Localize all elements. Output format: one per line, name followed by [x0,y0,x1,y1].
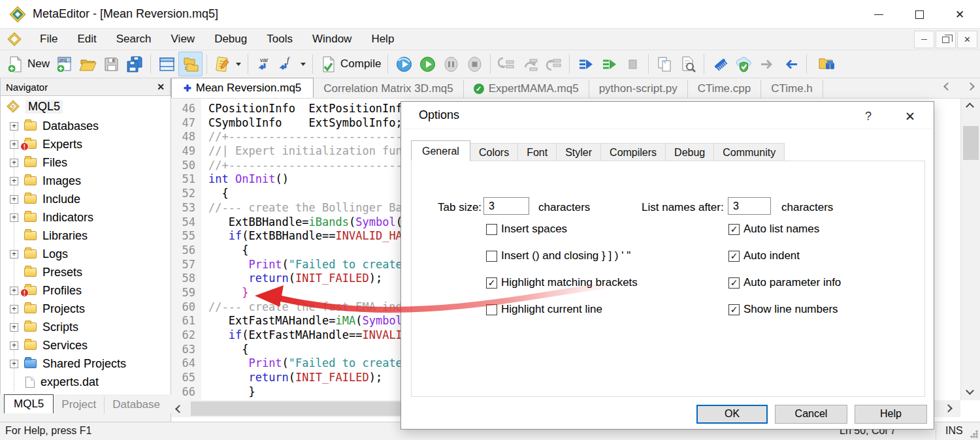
tab-size-input[interactable] [483,197,529,215]
options-tab-compilers[interactable]: Compilers [601,143,666,161]
save-all-button[interactable] [123,52,146,76]
new-file-button[interactable]: New [4,52,52,76]
run-profiler-button[interactable] [597,52,621,76]
tree-root-mql5[interactable]: 5 MQL5 [1,96,171,117]
compile-button[interactable]: Compile [317,52,384,76]
editor-tab-mean-reversion-mq5[interactable]: ✚Mean Reversion.mq5 [171,78,314,98]
scroll-up-icon[interactable] [966,102,974,111]
checkbox-insert-spaces[interactable]: Insert spaces [486,223,638,235]
menu-search[interactable]: Search [106,29,161,49]
checkbox-highlight-current-line[interactable]: Highlight current line [486,304,638,315]
editor-tab-python-script-py[interactable]: python-script.py [589,80,688,98]
styler-button[interactable] [708,52,732,76]
ok-button[interactable]: OK [696,405,768,424]
mdi-close-button[interactable]: ✕ [957,31,977,48]
tab-scroll-right-icon[interactable] [966,82,975,91]
checkbox[interactable]: ✓ [728,224,740,235]
navigator-tab-project[interactable]: Project [54,396,105,413]
toggle-navigator-button[interactable] [178,52,203,76]
vertical-scroll-thumb[interactable] [963,126,979,160]
checkbox[interactable]: ✓ [728,251,740,262]
insert-var-button[interactable]: var [252,52,276,76]
expand-plus-icon[interactable]: + [10,323,18,332]
tree-item-projects[interactable]: +Projects [1,300,171,318]
copy-button[interactable] [653,52,676,76]
menu-help[interactable]: Help [361,29,404,49]
insert-function-button[interactable]: f [276,52,308,76]
expand-plus-icon[interactable]: + [10,360,18,368]
tree-item-experts[interactable]: +!Experts [1,135,171,153]
navigate-back-button[interactable] [779,52,802,76]
tab-scroll-left-icon[interactable] [943,82,952,91]
checkbox[interactable]: ✓ [728,277,740,289]
minimize-button[interactable] [858,0,899,29]
tree-item-images[interactable]: +Images [1,172,171,190]
menu-file[interactable]: File [30,29,67,49]
tree-item-include[interactable]: +Include [1,190,171,208]
expand-plus-icon[interactable]: + [10,195,18,204]
options-tab-font[interactable]: Font [518,143,557,161]
editor-tab-ctime-h[interactable]: CTime.h [761,80,823,98]
expand-plus-icon[interactable]: + [10,177,18,185]
editor-tab-ctime-cpp[interactable]: CTime.cpp [688,80,762,98]
checkbox-auto-parameter-info[interactable]: ✓Auto parameter info [728,277,841,289]
dialog-close-icon[interactable]: ✕ [905,109,915,124]
cloud-check-button[interactable] [732,52,755,76]
expand-plus-icon[interactable]: + [10,140,18,149]
navigator-close-icon[interactable]: ✕ [157,82,165,92]
tree-item-services[interactable]: +Services [1,336,171,354]
options-tab-styler[interactable]: Styler [557,143,601,161]
expand-plus-icon[interactable]: + [10,213,18,222]
expand-plus-icon[interactable]: + [10,305,18,313]
close-button[interactable]: ✕ [939,0,980,29]
step-over-button[interactable] [518,52,542,76]
expand-plus-icon[interactable]: + [10,341,18,350]
options-tab-debug[interactable]: Debug [666,143,714,161]
show-breakpoints-button[interactable] [574,52,597,76]
checkbox-highlight-matching-brackets[interactable]: ✓Highlight matching brackets [486,277,638,289]
debug-history-button[interactable] [392,52,416,76]
checkbox-auto-list-names[interactable]: ✓Auto list names [728,223,841,235]
stop-profiler-button[interactable] [621,52,644,76]
checkbox-insert-and-closing[interactable]: Insert () and closing } ] ) ' " [486,250,638,262]
mdi-restore-button[interactable] [936,31,956,48]
checkbox[interactable] [486,304,497,315]
start-debug-button[interactable] [416,52,439,76]
search-in-files-button[interactable] [676,52,700,76]
tree-item-libraries[interactable]: Libraries [1,227,171,245]
tree-item-presets[interactable]: Presets [1,263,171,281]
expand-plus-icon[interactable]: + [10,159,18,167]
step-out-button[interactable] [542,52,565,76]
step-into-button[interactable] [495,52,518,76]
scroll-right-icon[interactable] [944,404,953,413]
mdi-minimize-button[interactable] [914,31,934,48]
expand-plus-icon[interactable]: + [10,287,18,295]
scroll-left-icon[interactable] [175,405,184,413]
new-project-button[interactable]: proj [52,52,76,76]
maximize-button[interactable] [899,0,939,29]
options-tab-general[interactable]: General [411,140,470,161]
tree-item-scripts[interactable]: +Scripts [1,318,171,336]
cancel-button[interactable]: Cancel [775,405,847,424]
editor-tab-correlation-matrix-3d-mq5[interactable]: Correlation Matrix 3D.mq5 [314,80,463,98]
tree-item-databases[interactable]: +Databases [1,117,171,135]
tree-item-experts-dat[interactable]: experts.dat [1,373,171,391]
tree-item-profiles[interactable]: +!Profiles [1,281,171,300]
editor-tab-expertmama-mq5[interactable]: ✓ExpertMAMA.mq5 [464,80,589,98]
options-tab-community[interactable]: Community [714,143,785,161]
vertical-scrollbar[interactable] [960,99,980,400]
toggle-layout-button[interactable] [155,52,178,76]
checkbox[interactable]: ✓ [728,304,740,315]
list-names-input[interactable] [728,197,771,215]
pause-debug-button[interactable] [439,52,463,76]
search-in-folder-button[interactable] [815,52,838,76]
expand-plus-icon[interactable]: + [10,250,18,259]
open-button[interactable] [76,52,99,76]
checkbox-show-line-numbers[interactable]: ✓Show line numbers [728,304,841,315]
menu-tools[interactable]: Tools [257,29,302,49]
snippets-button[interactable] [211,52,244,76]
checkbox[interactable] [486,224,497,235]
checkbox-auto-indent[interactable]: ✓Auto indent [728,250,841,262]
help-button[interactable]: Help [855,405,927,424]
checkbox[interactable]: ✓ [486,277,497,289]
